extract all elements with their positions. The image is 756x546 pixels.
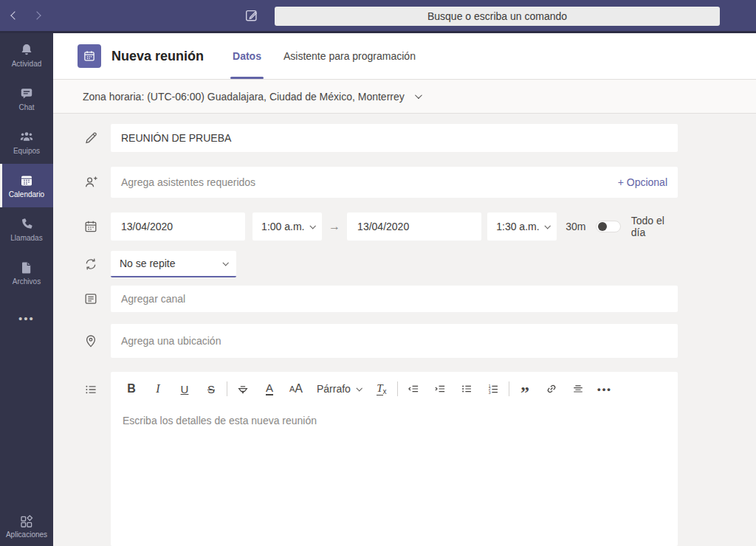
apps-grid-icon bbox=[19, 514, 34, 529]
new-chat-icon[interactable] bbox=[244, 8, 259, 23]
indent-icon[interactable] bbox=[431, 379, 449, 399]
link-icon[interactable] bbox=[543, 379, 560, 399]
bulleted-list-icon[interactable] bbox=[458, 379, 475, 399]
attendees-input[interactable]: Agrega asistentes requeridos + Opcional bbox=[111, 167, 678, 198]
font-size-icon[interactable]: AA bbox=[287, 379, 305, 399]
toolbar-divider bbox=[509, 381, 509, 396]
chat-bubble-icon bbox=[19, 86, 34, 101]
sidebar-item-chat[interactable]: Chat bbox=[0, 77, 53, 120]
chevron-down-icon bbox=[415, 91, 422, 99]
toggle-knob bbox=[598, 222, 607, 231]
calendar-icon bbox=[19, 173, 34, 188]
forward-icon[interactable] bbox=[32, 11, 41, 19]
attendees-placeholder: Agrega asistentes requeridos bbox=[121, 176, 255, 188]
start-date-picker[interactable]: 13/04/2020 bbox=[111, 212, 245, 241]
sidebar-item-actividad[interactable]: Actividad bbox=[0, 33, 53, 77]
channel-input[interactable]: Agregar canal bbox=[111, 286, 678, 312]
repeat-icon bbox=[53, 251, 111, 277]
description-placeholder: Escriba los detalles de esta nueva reuni… bbox=[123, 415, 317, 426]
chevron-down-icon bbox=[545, 223, 551, 229]
timezone-selector[interactable]: Zona horaria: (UTC-06:00) Guadalajara, C… bbox=[53, 80, 756, 114]
app-rail: Actividad Chat bbox=[0, 33, 53, 546]
strikethrough-icon[interactable]: S bbox=[202, 379, 220, 399]
sidebar-item-label: Equipos bbox=[13, 147, 40, 155]
top-bar: Busque o escriba un comando bbox=[0, 0, 756, 33]
italic-icon[interactable]: I bbox=[149, 379, 167, 399]
sidebar-spacer bbox=[0, 325, 53, 514]
highlighter-icon[interactable] bbox=[234, 379, 252, 399]
sidebar-item-llamadas[interactable]: Llamadas bbox=[0, 207, 53, 251]
command-search-input[interactable]: Busque o escriba un comando bbox=[275, 7, 720, 26]
recurrence-select[interactable]: No se repite bbox=[111, 251, 236, 277]
tab-asistente-programacion[interactable]: Asistente para programación bbox=[272, 33, 427, 79]
sidebar-item-archivos[interactable]: Archivos bbox=[0, 251, 53, 294]
outdent-icon[interactable] bbox=[405, 379, 422, 399]
meeting-calendar-icon bbox=[78, 44, 101, 68]
chevron-down-icon bbox=[356, 385, 362, 391]
sidebar-item-label: Archivos bbox=[13, 277, 41, 286]
underline-icon[interactable]: U bbox=[176, 379, 193, 399]
sidebar-item-calendario[interactable]: Calendario bbox=[0, 164, 53, 207]
font-color-icon[interactable]: A bbox=[261, 379, 278, 399]
header-tabs: Datos Asistente para programación bbox=[221, 33, 427, 79]
location-pin-icon bbox=[53, 324, 111, 358]
meeting-title-value: REUNIÓN DE PRUEBA bbox=[121, 132, 231, 144]
start-time-select[interactable]: 1:00 a.m. bbox=[252, 212, 322, 241]
horizontal-rule-icon[interactable] bbox=[569, 379, 587, 399]
chevron-down-icon bbox=[222, 260, 228, 266]
end-date-picker[interactable]: 13/04/2020 bbox=[347, 212, 481, 241]
phone-icon bbox=[19, 217, 34, 232]
bold-icon[interactable]: B bbox=[123, 379, 140, 399]
quote-icon[interactable]: ” bbox=[516, 379, 534, 399]
location-placeholder: Agrega una ubicación bbox=[121, 335, 221, 347]
details-list-icon bbox=[53, 372, 111, 546]
meeting-header: Nueva reunión Datos Asistente para progr… bbox=[53, 33, 756, 80]
page-title: Nueva reunión bbox=[111, 49, 204, 64]
sidebar-item-equipos[interactable]: Equipos bbox=[0, 120, 53, 164]
description-input[interactable]: Escriba los detalles de esta nueva reuni… bbox=[111, 406, 678, 435]
toolbar-divider bbox=[227, 381, 227, 396]
duration-label: 30m bbox=[566, 221, 585, 232]
numbered-list-icon[interactable]: 1 2 3 bbox=[484, 379, 502, 399]
meeting-form: REUNIÓN DE PRUEBA Agrega asistentes requ… bbox=[53, 114, 756, 546]
formatting-toolbar: B I U S bbox=[111, 372, 678, 406]
chevron-down-icon bbox=[310, 223, 316, 229]
channel-placeholder: Agregar canal bbox=[121, 293, 185, 305]
location-input[interactable]: Agrega una ubicación bbox=[111, 324, 678, 358]
sidebar-item-label: Calendario bbox=[9, 190, 44, 198]
sidebar-item-aplicaciones[interactable]: Aplicaciones bbox=[0, 514, 53, 539]
more-apps-icon[interactable]: ••• bbox=[0, 312, 53, 325]
people-icon bbox=[19, 130, 34, 145]
all-day-toggle[interactable] bbox=[596, 221, 620, 232]
meeting-title-input[interactable]: REUNIÓN DE PRUEBA bbox=[111, 124, 678, 152]
end-time-select[interactable]: 1:30 a.m. bbox=[487, 212, 557, 241]
sidebar-item-label: Chat bbox=[18, 103, 34, 111]
add-optional-attendees-button[interactable]: + Opcional bbox=[618, 176, 667, 188]
sidebar-item-label: Llamadas bbox=[10, 234, 42, 242]
arrow-right-icon: → bbox=[329, 220, 340, 233]
bell-icon bbox=[19, 43, 34, 58]
document-icon bbox=[19, 260, 34, 275]
sidebar-item-label: Aplicaciones bbox=[6, 531, 47, 539]
paragraph-style-select[interactable]: Párrafo bbox=[317, 379, 361, 399]
svg-text:3: 3 bbox=[489, 390, 491, 395]
sidebar-item-label: Actividad bbox=[12, 60, 42, 68]
timezone-label: Zona horaria: (UTC-06:00) Guadalajara, C… bbox=[83, 91, 405, 103]
toolbar-divider bbox=[397, 381, 398, 396]
description-editor: B I U S bbox=[111, 372, 678, 546]
calendar-small-icon bbox=[53, 212, 111, 241]
pencil-icon bbox=[53, 124, 111, 152]
channel-icon bbox=[53, 286, 111, 312]
person-add-icon bbox=[53, 167, 111, 198]
tab-datos[interactable]: Datos bbox=[221, 33, 272, 79]
all-day-label: Todo el día bbox=[631, 215, 678, 238]
more-formatting-icon[interactable]: ••• bbox=[596, 379, 614, 399]
clear-formatting-icon[interactable]: Tx bbox=[373, 379, 391, 399]
search-placeholder: Busque o escriba un comando bbox=[427, 10, 567, 22]
back-icon[interactable] bbox=[10, 11, 18, 19]
